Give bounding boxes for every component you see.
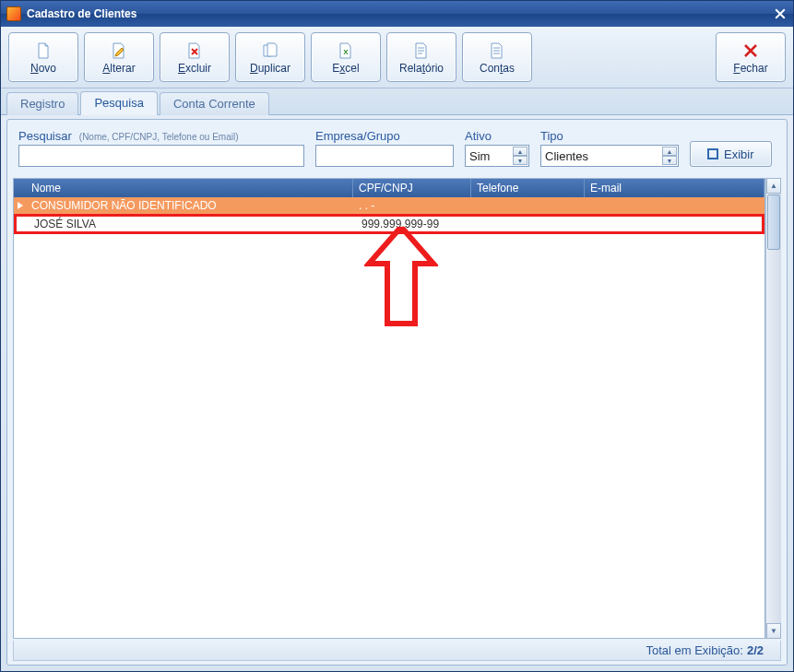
novo-label: Novo [30, 62, 56, 75]
excluir-button[interactable]: Excluir [160, 32, 230, 82]
status-label: Total em Exibição: [646, 643, 743, 657]
relatorio-label: Relatório [399, 62, 444, 75]
tab-content-pesquisa: Pesquisar (Nome, CPF/CNPJ, Telefone ou E… [6, 119, 788, 666]
duplicate-icon [261, 41, 279, 60]
window-close-button[interactable] [773, 6, 788, 21]
col-telefone[interactable]: Telefone [471, 179, 585, 197]
tipo-value: Clientes [545, 149, 588, 163]
grid-inner: Nome CPF/CNPJ Telefone E-mail CONSUMIDOR… [13, 178, 765, 639]
cell-telefone [474, 217, 587, 231]
novo-button[interactable]: Novo [8, 32, 78, 82]
excel-label: Excel [332, 62, 359, 75]
cell-nome: CONSUMIDOR NÃO IDENTIFICADO [26, 197, 353, 214]
contas-button[interactable]: Contas [462, 32, 532, 82]
table-row[interactable]: CONSUMIDOR NÃO IDENTIFICADO . . - [14, 197, 764, 214]
fechar-button[interactable]: Fechar [716, 32, 786, 82]
chevron-down-icon: ▼ [662, 156, 677, 165]
grid-body[interactable]: CONSUMIDOR NÃO IDENTIFICADO . . - JOSÉ S… [14, 197, 764, 638]
pesquisar-label: Pesquisar [18, 129, 72, 143]
alterar-label: Alterar [102, 62, 135, 75]
scroll-thumb[interactable] [767, 195, 780, 250]
duplicar-button[interactable]: Duplicar [235, 32, 305, 82]
col-email[interactable]: E-mail [585, 179, 764, 197]
fechar-label: Fechar [733, 62, 767, 75]
tipo-select[interactable]: Clientes ▲ ▼ [540, 145, 679, 167]
window-root: Cadastro de Clientes Novo Alterar Exclui… [0, 0, 794, 672]
contas-label: Contas [480, 62, 515, 75]
close-icon [775, 8, 786, 19]
excluir-label: Excluir [178, 62, 211, 75]
tipo-spinner[interactable]: ▲ ▼ [662, 147, 677, 165]
filter-ativo: Ativo Sim ▲ ▼ [465, 129, 529, 167]
filter-bar: Pesquisar (Nome, CPF/CNPJ, Telefone ou E… [7, 120, 787, 174]
alterar-button[interactable]: Alterar [84, 32, 154, 82]
app-icon [6, 6, 21, 21]
tab-registro[interactable]: Registro [6, 92, 78, 115]
fechar-icon [741, 41, 760, 60]
cell-nome: JOSÉ SILVA [29, 217, 356, 231]
status-bar: Total em Exibição: 2/2 [13, 641, 781, 661]
edit-icon [110, 41, 128, 60]
excel-button[interactable]: X Excel [311, 32, 381, 82]
report-icon [412, 41, 431, 60]
tab-conta-corrente[interactable]: Conta Corrente [160, 92, 269, 115]
cell-cpf: . . - [353, 197, 471, 214]
filter-pesquisar: Pesquisar (Nome, CPF/CNPJ, Telefone ou E… [18, 129, 304, 167]
tabstrip: Registro Pesquisa Conta Corrente [1, 88, 793, 115]
relatorio-button[interactable]: Relatório [386, 32, 456, 82]
chevron-up-icon: ▲ [662, 147, 677, 156]
annotation-arrow-icon [364, 227, 438, 328]
ativo-label: Ativo [465, 129, 529, 143]
cell-telefone [471, 197, 585, 214]
filter-empresa: Empresa/Grupo [315, 129, 454, 167]
results-grid: Nome CPF/CNPJ Telefone E-mail CONSUMIDOR… [13, 178, 781, 639]
scroll-down-button[interactable]: ▼ [766, 623, 781, 639]
col-nome[interactable]: Nome [26, 179, 353, 197]
scroll-up-button[interactable]: ▲ [766, 178, 781, 194]
new-file-icon [34, 41, 53, 60]
ativo-spinner[interactable]: ▲ ▼ [513, 147, 527, 165]
pesquisar-input[interactable] [18, 145, 304, 167]
chevron-down-icon: ▼ [513, 156, 527, 165]
duplicar-label: Duplicar [250, 62, 290, 75]
pesquisar-hint: (Nome, CPF/CNPJ, Telefone ou Email) [79, 132, 239, 142]
exibir-button[interactable]: Exibir [690, 141, 772, 167]
vertical-scrollbar[interactable]: ▲ ▼ [765, 178, 781, 639]
exibir-icon [707, 148, 718, 159]
filter-exibir: Exibir [690, 141, 772, 167]
table-row[interactable]: JOSÉ SILVA 999.999.999-99 [14, 214, 764, 234]
cell-cpf: 999.999.999-99 [356, 217, 474, 231]
filter-tipo: Tipo Clientes ▲ ▼ [540, 129, 679, 167]
excel-icon: X [337, 41, 355, 60]
ativo-value: Sim [469, 149, 490, 163]
exibir-label: Exibir [724, 147, 754, 161]
cell-email [585, 197, 764, 214]
col-cpf[interactable]: CPF/CNPJ [353, 179, 471, 197]
scroll-track[interactable] [766, 194, 781, 623]
delete-icon [185, 41, 204, 60]
titlebar: Cadastro de Clientes [1, 1, 793, 27]
svg-text:X: X [343, 48, 349, 56]
grid-header: Nome CPF/CNPJ Telefone E-mail [14, 179, 764, 197]
tipo-label: Tipo [540, 129, 679, 143]
empresa-input[interactable] [315, 145, 454, 167]
row-pointer-icon [14, 202, 26, 209]
toolbar-spacer [538, 32, 710, 82]
status-value: 2/2 [747, 643, 764, 657]
tab-pesquisa[interactable]: Pesquisa [80, 91, 157, 115]
cell-email [587, 217, 762, 231]
chevron-up-icon: ▲ [513, 147, 527, 156]
window-title: Cadastro de Clientes [27, 7, 773, 20]
empresa-label: Empresa/Grupo [315, 129, 454, 143]
toolbar: Novo Alterar Excluir Duplicar X Excel [1, 27, 793, 88]
accounts-icon [488, 41, 506, 60]
ativo-select[interactable]: Sim ▲ ▼ [465, 145, 529, 167]
